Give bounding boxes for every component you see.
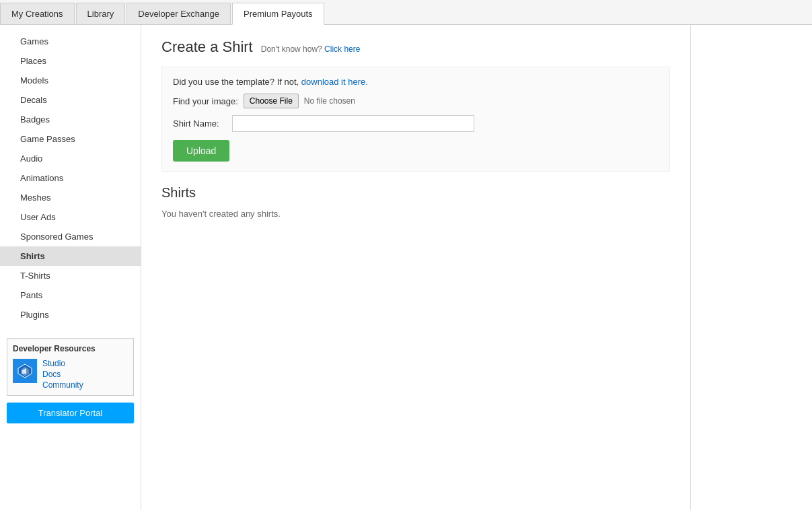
create-shirt-form: Did you use the template? If not, downlo… (161, 67, 670, 172)
shirts-section: Shirts You haven't created any shirts. (161, 185, 670, 219)
sidebar-item-meshes[interactable]: Meshes (0, 188, 141, 207)
tab-premium-payouts[interactable]: Premium Payouts (232, 3, 324, 25)
sidebar-item-places[interactable]: Places (0, 51, 141, 71)
find-image-label: Find your image: (173, 96, 238, 106)
community-link[interactable]: Community (42, 380, 83, 390)
shirt-name-row: Shirt Name: (173, 115, 659, 132)
developer-resources-inner: Studio Docs Community (13, 359, 128, 390)
developer-resources-title: Developer Resources (13, 344, 128, 353)
tab-library[interactable]: Library (76, 3, 126, 24)
sidebar-item-pants[interactable]: Pants (0, 285, 141, 305)
sidebar-item-game-passes[interactable]: Game Passes (0, 129, 141, 149)
right-panel (691, 25, 812, 510)
docs-link[interactable]: Docs (42, 370, 83, 379)
developer-links: Studio Docs Community (42, 359, 83, 390)
upload-button[interactable]: Upload (173, 140, 229, 162)
sidebar-item-t-shirts[interactable]: T-Shirts (0, 266, 141, 285)
sidebar-item-sponsored-games[interactable]: Sponsored Games (0, 227, 141, 246)
no-shirts-message: You haven't created any shirts. (161, 209, 670, 219)
top-tabs-bar: My Creations Library Developer Exchange … (0, 0, 812, 25)
create-shirt-header: Create a Shirt Don't know how? Click her… (161, 38, 670, 56)
main-layout: Games Places Models Decals Badges Game P… (0, 25, 812, 510)
create-shirt-help: Don't know how? Click here (261, 44, 361, 54)
sidebar-item-user-ads[interactable]: User Ads (0, 207, 141, 227)
download-template-link[interactable]: download it here. (301, 77, 368, 87)
file-row: Find your image: Choose File No file cho… (173, 94, 659, 108)
shirt-name-label: Shirt Name: (173, 118, 227, 129)
template-row: Did you use the template? If not, downlo… (173, 77, 659, 87)
sidebar-item-animations[interactable]: Animations (0, 168, 141, 188)
sidebar-item-plugins[interactable]: Plugins (0, 305, 141, 324)
sidebar-item-badges[interactable]: Badges (0, 110, 141, 129)
tab-developer-exchange[interactable]: Developer Exchange (126, 3, 231, 24)
sidebar-item-games[interactable]: Games (0, 32, 141, 51)
sidebar-item-shirts[interactable]: Shirts (0, 246, 141, 266)
studio-link[interactable]: Studio (42, 359, 83, 368)
sidebar-item-audio[interactable]: Audio (0, 149, 141, 168)
help-link[interactable]: Click here (324, 44, 360, 54)
sidebar-item-decals[interactable]: Decals (0, 90, 141, 110)
translator-portal-button[interactable]: Translator Portal (7, 403, 134, 423)
developer-resources-section: Developer Resources Studio Docs Communit… (7, 338, 134, 396)
studio-logo-icon (13, 359, 37, 383)
template-text: Did you use the template? If not, (173, 77, 299, 87)
no-file-text: No file chosen (304, 96, 355, 106)
shirt-name-input[interactable] (232, 115, 474, 132)
choose-file-button[interactable]: Choose File (244, 94, 299, 108)
content-area: Create a Shirt Don't know how? Click her… (141, 25, 691, 510)
help-text: Don't know how? (261, 44, 322, 54)
sidebar: Games Places Models Decals Badges Game P… (0, 25, 141, 510)
sidebar-item-models[interactable]: Models (0, 71, 141, 90)
create-shirt-title: Create a Shirt (161, 38, 253, 56)
tab-my-creations[interactable]: My Creations (0, 3, 75, 24)
shirts-title: Shirts (161, 185, 670, 201)
